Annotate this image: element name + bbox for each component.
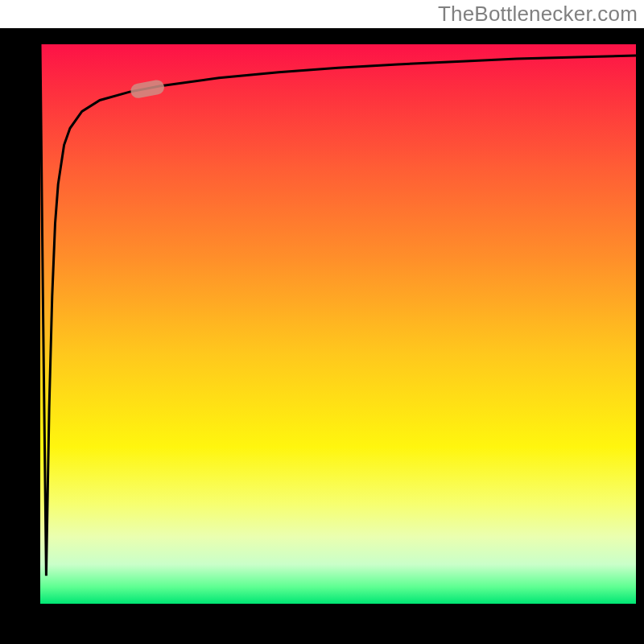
curve-svg [40,44,636,604]
frame-right [636,28,644,644]
frame-top [0,28,644,44]
curve-path [40,44,636,576]
frame-bottom [0,604,644,644]
plot-area [40,44,636,604]
chart-stage: TheBottlenecker.com [0,0,644,644]
marker-pill [130,79,166,99]
watermark-text: TheBottlenecker.com [438,2,638,27]
frame-left [0,28,40,644]
